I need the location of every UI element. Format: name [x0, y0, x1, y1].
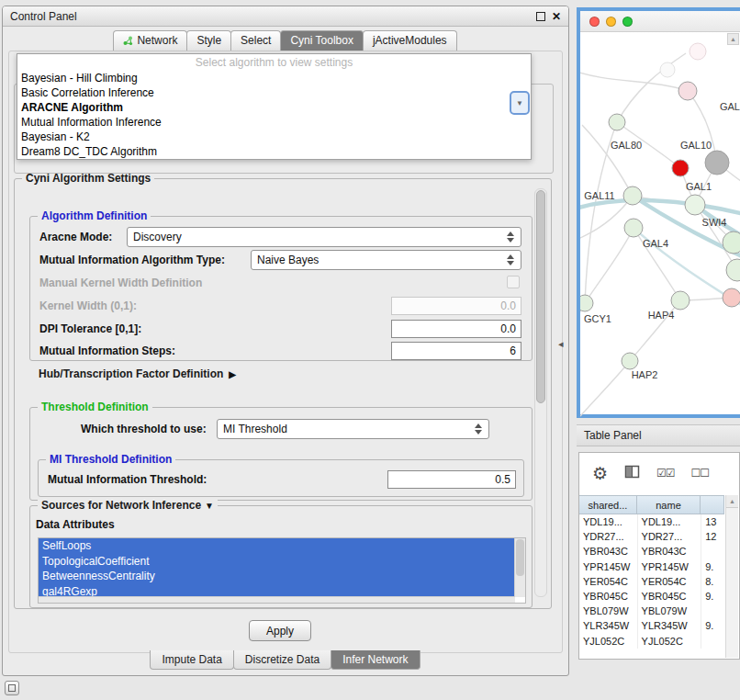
algorithm-option-dream8-dc-tdc-algorithm[interactable]: Dream8 DC_TDC Algorithm: [17, 144, 531, 159]
algorithm-option-aracne-algorithm[interactable]: ARACNE Algorithm: [17, 100, 531, 115]
attributes-scrollbar-thumb[interactable]: [516, 539, 524, 576]
table-row[interactable]: YBR045CYBR045C9.: [579, 589, 726, 604]
table-cell: YDL19...: [579, 514, 638, 529]
cyni-algorithm-settings-group: Cyni Algorithm Settings Algorithm Defini…: [14, 178, 552, 609]
table-row[interactable]: YBR043CYBR043C: [579, 544, 726, 559]
table-row[interactable]: YDR27...YDR27...12: [579, 529, 726, 544]
table-row[interactable]: YBL079WYBL079W: [579, 604, 726, 618]
attributes-list-scrollbar[interactable]: [514, 538, 525, 597]
network-node[interactable]: [685, 195, 705, 215]
algorithm-combo-arrow-button[interactable]: ▼: [510, 91, 530, 115]
network-view-window[interactable]: ▲ GAL7GAL80GAL10GAL11GAL1SWI4GAL4GCY1HAP…: [577, 7, 740, 418]
network-node[interactable]: [624, 219, 643, 237]
data-attributes-label: Data Attributes: [36, 515, 115, 535]
column-header-2[interactable]: [700, 495, 724, 514]
mi-threshold-group-title: MI Threshold Definition: [46, 453, 175, 466]
table-row[interactable]: YER054CYER054C8.: [579, 574, 726, 589]
settings-scrollbar-thumb[interactable]: [536, 190, 545, 403]
collapse-down-icon: ▼: [205, 501, 214, 511]
tab-cyni-toolbox[interactable]: Cyni Toolbox: [280, 30, 363, 51]
mi-algorithm-type-select[interactable]: Naive Bayes: [251, 250, 521, 270]
network-node[interactable]: [726, 259, 740, 281]
data-attributes-list[interactable]: SelfLoopsTopologicalCoefficientBetweenne…: [38, 537, 526, 604]
hub-section-toggle[interactable]: Hub/Transcription Factor Definition ▶: [39, 367, 236, 380]
control-panel-title: Control Panel: [10, 10, 77, 23]
table-cell: YLR345W: [579, 618, 638, 633]
network-canvas[interactable]: GAL7GAL80GAL10GAL11GAL1SWI4GAL4GCY1HAP4H…: [580, 31, 740, 418]
bottom-tab-discretize-data[interactable]: Discretize Data: [233, 650, 331, 670]
table-cell: YER054C: [638, 574, 702, 589]
network-node[interactable]: [580, 295, 593, 311]
checked-boxes-icon[interactable]: ☑☑: [656, 467, 675, 480]
column-selector-icon[interactable]: [624, 464, 640, 482]
mi-threshold-field[interactable]: 0.5: [387, 470, 516, 489]
table-cell: [701, 634, 726, 649]
network-node[interactable]: [623, 186, 642, 205]
table-scroll-up-icon[interactable]: ▲: [726, 495, 738, 508]
tab-jactivemodules[interactable]: jActiveModules: [363, 30, 457, 51]
table-cell: YPR145W: [638, 559, 702, 574]
mi-algorithm-type-label: Mutual Information Algorithm Type:: [39, 251, 225, 270]
attributes-list-hscrollbar[interactable]: [39, 596, 515, 603]
table-cell: YBR043C: [579, 544, 638, 559]
settings-group-title: Cyni Algorithm Settings: [22, 172, 154, 185]
table-header-row: shared...name: [579, 495, 724, 514]
network-node[interactable]: [690, 43, 706, 60]
column-header-shared[interactable]: shared...: [578, 495, 637, 514]
network-node[interactable]: [660, 62, 675, 77]
dpi-tolerance-field[interactable]: 0.0: [391, 320, 521, 338]
bottom-tab-infer-network[interactable]: Infer Network: [331, 650, 420, 670]
bottom-tab-impute-data[interactable]: Impute Data: [150, 650, 233, 670]
table-row[interactable]: YJL052CYJL052C: [579, 634, 726, 649]
network-node[interactable]: [678, 82, 697, 100]
settings-scrollbar[interactable]: [534, 188, 547, 597]
algorithm-option-bayesian-hill-climbing[interactable]: Bayesian - Hill Climbing: [17, 71, 531, 85]
close-traffic-icon[interactable]: [589, 17, 600, 27]
tab-network[interactable]: Network: [113, 30, 187, 51]
panel-collapse-icon[interactable]: ◂: [558, 338, 564, 350]
network-node[interactable]: [672, 160, 689, 176]
unchecked-boxes-icon[interactable]: ☐☐: [691, 467, 710, 480]
minimize-traffic-icon[interactable]: [606, 17, 616, 27]
algorithm-definition-group: Algorithm Definition Aracne Mode: Discov…: [29, 216, 533, 361]
apply-button[interactable]: Apply: [249, 620, 311, 641]
algorithm-option-mutual-information-inference[interactable]: Mutual Information Inference: [17, 115, 531, 130]
algorithm-option-bayesian-k2[interactable]: Bayesian - K2: [17, 130, 531, 144]
float-window-icon[interactable]: [536, 12, 545, 21]
close-window-icon[interactable]: ✕: [552, 11, 561, 22]
node-label-gal80: GAL80: [611, 140, 642, 151]
dpi-tolerance-label: DPI Tolerance [0,1]:: [39, 320, 141, 339]
table-row[interactable]: YLR345WYLR345W9.: [579, 618, 726, 633]
network-node[interactable]: [622, 353, 638, 369]
table-cell: YBR045C: [638, 589, 702, 604]
network-node[interactable]: [705, 151, 729, 175]
bottom-tabs: Impute DataDiscretize DataInfer Network: [3, 650, 568, 671]
manual-kernel-width-checkbox[interactable]: [507, 276, 520, 288]
mi-steps-field[interactable]: 6: [391, 342, 521, 360]
table-row[interactable]: YDL19...YDL19...13: [579, 514, 726, 529]
table-panel-titlebar: Table Panel: [577, 424, 740, 446]
table-scrollbar[interactable]: ▲: [725, 495, 738, 658]
tab-select[interactable]: Select: [230, 30, 281, 51]
tab-style[interactable]: Style: [186, 30, 231, 51]
gear-icon[interactable]: ⚙: [592, 463, 608, 484]
sources-title[interactable]: Sources for Network Inference ▼: [38, 499, 218, 512]
attribute-item-topologicalcoefficient[interactable]: TopologicalCoefficient: [39, 554, 515, 570]
algorithm-option-basic-correlation-inference[interactable]: Basic Correlation Inference: [17, 85, 531, 100]
table-cell: 9.: [701, 559, 726, 574]
attribute-item-betweennesscentrality[interactable]: BetweennessCentrality: [39, 569, 515, 584]
network-node[interactable]: [671, 291, 690, 310]
network-node[interactable]: [723, 288, 740, 307]
aracne-mode-select[interactable]: Discovery: [127, 227, 521, 247]
which-threshold-select[interactable]: MI Threshold: [217, 419, 489, 439]
network-window-titlebar: [580, 11, 740, 32]
kernel-width-field[interactable]: 0.0: [391, 297, 521, 315]
attribute-item-selfloops[interactable]: SelfLoops: [39, 538, 515, 554]
node-label-gal11: GAL11: [584, 190, 614, 201]
zoom-traffic-icon[interactable]: [622, 17, 633, 27]
column-header-name[interactable]: name: [636, 495, 701, 514]
network-node[interactable]: [723, 231, 740, 254]
minimized-panel-icon[interactable]: [5, 681, 19, 695]
network-node[interactable]: [609, 114, 625, 130]
table-row[interactable]: YPR145WYPR145W9.: [579, 559, 726, 574]
